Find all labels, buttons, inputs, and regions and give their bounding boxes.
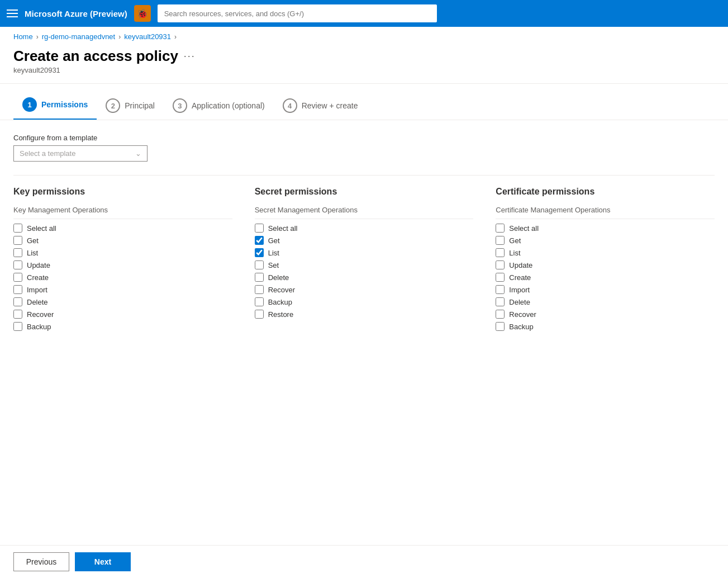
chevron-down-icon: ⌄: [135, 149, 141, 158]
breadcrumb-keyvault[interactable]: keyvault20931: [124, 32, 171, 41]
hamburger-menu[interactable]: [7, 10, 18, 17]
template-label: Configure from a template: [13, 134, 715, 142]
cert-get-item: Get: [496, 236, 715, 245]
step-review[interactable]: 4 Review + create: [274, 94, 367, 120]
key-delete-label: Delete: [27, 298, 48, 306]
search-input[interactable]: [158, 4, 437, 22]
key-update-checkbox[interactable]: [13, 260, 22, 269]
key-section-title: Key Management Operations: [13, 206, 232, 214]
secret-get-checkbox[interactable]: [255, 236, 264, 245]
secret-delete-checkbox[interactable]: [255, 273, 264, 282]
template-dropdown[interactable]: Select a template ⌄: [13, 145, 147, 162]
template-section: Configure from a template Select a templ…: [13, 134, 715, 162]
secret-list-checkbox[interactable]: [255, 248, 264, 257]
secret-list-label: List: [268, 249, 279, 257]
key-recover-label: Recover: [27, 310, 54, 319]
cert-list-item: List: [496, 248, 715, 257]
cert-import-item: Import: [496, 285, 715, 294]
key-select-all-label: Select all: [27, 224, 56, 233]
secret-restore-checkbox[interactable]: [255, 310, 264, 319]
cert-select-all-item: Select all: [496, 224, 715, 233]
key-get-checkbox[interactable]: [13, 236, 22, 245]
key-update-label: Update: [27, 261, 50, 269]
secret-backup-item: Backup: [255, 297, 474, 306]
certificate-permissions-column: Certificate permissions Certificate Mana…: [496, 187, 715, 334]
key-import-item: Import: [13, 285, 232, 294]
cert-list-label: List: [509, 249, 520, 257]
key-recover-checkbox[interactable]: [13, 310, 22, 319]
cert-import-label: Import: [509, 286, 530, 294]
cert-recover-checkbox[interactable]: [496, 310, 505, 319]
key-import-checkbox[interactable]: [13, 285, 22, 294]
key-select-all-item: Select all: [13, 224, 232, 233]
secret-set-checkbox[interactable]: [255, 260, 264, 269]
step-4-circle: 4: [283, 98, 297, 113]
key-divider: [13, 219, 232, 219]
breadcrumb-sep-1: ›: [36, 33, 39, 41]
secret-backup-label: Backup: [268, 298, 292, 306]
step-4-label: Review + create: [302, 101, 358, 110]
step-2-circle: 2: [106, 98, 120, 113]
key-list-label: List: [27, 249, 38, 257]
app-title: Microsoft Azure (Preview): [25, 9, 127, 18]
secret-recover-label: Recover: [268, 286, 295, 294]
key-delete-checkbox[interactable]: [13, 297, 22, 306]
step-principal[interactable]: 2 Principal: [97, 94, 164, 120]
cert-delete-checkbox[interactable]: [496, 297, 505, 306]
secret-select-all-label: Select all: [268, 224, 298, 233]
key-backup-item: Backup: [13, 322, 232, 331]
page-title: Create an access policy: [13, 48, 178, 65]
key-create-checkbox[interactable]: [13, 273, 22, 282]
cert-create-item: Create: [496, 273, 715, 282]
permissions-grid: Key permissions Key Management Operation…: [13, 187, 715, 334]
next-button[interactable]: Next: [75, 552, 131, 571]
cert-create-label: Create: [509, 273, 531, 282]
key-delete-item: Delete: [13, 297, 232, 306]
breadcrumb-rg[interactable]: rg-demo-managedvnet: [42, 32, 116, 41]
secret-select-all-checkbox[interactable]: [255, 224, 264, 233]
cert-update-checkbox[interactable]: [496, 260, 505, 269]
certificate-section-title: Certificate Management Operations: [496, 206, 715, 214]
secret-permissions-column: Secret permissions Secret Management Ope…: [255, 187, 474, 334]
breadcrumb: Home › rg-demo-managedvnet › keyvault209…: [0, 27, 728, 43]
wizard-steps: 1 Permissions 2 Principal 3 Application …: [0, 84, 728, 120]
secret-get-item: Get: [255, 236, 474, 245]
key-backup-checkbox[interactable]: [13, 322, 22, 331]
step-3-circle: 3: [173, 98, 187, 113]
section-divider: [13, 175, 715, 176]
cert-get-checkbox[interactable]: [496, 236, 505, 245]
cert-backup-checkbox[interactable]: [496, 322, 505, 331]
key-permissions-column: Key permissions Key Management Operation…: [13, 187, 232, 334]
secret-backup-checkbox[interactable]: [255, 297, 264, 306]
bottom-bar: Previous Next: [0, 545, 728, 578]
step-permissions[interactable]: 1 Permissions: [13, 93, 97, 120]
secret-delete-item: Delete: [255, 273, 474, 282]
cert-select-all-checkbox[interactable]: [496, 224, 505, 233]
page-options-icon[interactable]: ···: [184, 50, 196, 62]
bug-icon[interactable]: 🐞: [134, 5, 151, 22]
cert-import-checkbox[interactable]: [496, 285, 505, 294]
cert-backup-label: Backup: [509, 323, 533, 331]
breadcrumb-home[interactable]: Home: [13, 32, 33, 41]
key-select-all-checkbox[interactable]: [13, 224, 22, 233]
secret-recover-checkbox[interactable]: [255, 285, 264, 294]
step-1-circle: 1: [22, 97, 37, 112]
cert-create-checkbox[interactable]: [496, 273, 505, 282]
key-permissions-heading: Key permissions: [13, 187, 232, 197]
certificate-permissions-heading: Certificate permissions: [496, 187, 715, 197]
key-create-label: Create: [27, 273, 49, 282]
key-list-checkbox[interactable]: [13, 248, 22, 257]
key-backup-label: Backup: [27, 323, 51, 331]
secret-delete-label: Delete: [268, 273, 289, 282]
cert-recover-item: Recover: [496, 310, 715, 319]
cert-list-checkbox[interactable]: [496, 248, 505, 257]
cert-update-item: Update: [496, 260, 715, 269]
cert-delete-item: Delete: [496, 297, 715, 306]
breadcrumb-sep-2: ›: [118, 33, 121, 41]
secret-list-item: List: [255, 248, 474, 257]
previous-button[interactable]: Previous: [13, 552, 69, 571]
key-get-label: Get: [27, 236, 39, 245]
secret-get-label: Get: [268, 236, 280, 245]
step-application[interactable]: 3 Application (optional): [164, 94, 274, 120]
cert-get-label: Get: [509, 236, 521, 245]
